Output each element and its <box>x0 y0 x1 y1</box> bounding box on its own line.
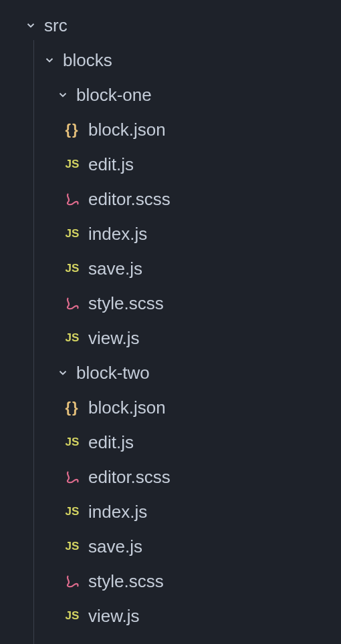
scss-icon <box>62 191 83 207</box>
file-label: editor.scss <box>88 189 170 210</box>
file-label: edit.js <box>88 432 134 453</box>
js-icon: JS <box>62 227 83 240</box>
file-style-scss[interactable]: style.scss <box>0 286 341 321</box>
js-icon: JS <box>62 609 83 623</box>
chevron-down-icon <box>41 52 58 68</box>
folder-label: block-two <box>76 363 150 383</box>
folder-blocks[interactable]: blocks <box>0 43 341 77</box>
file-label: index.js <box>88 224 147 245</box>
file-label: index.js <box>88 502 147 522</box>
folder-label: blocks <box>63 50 112 71</box>
folder-block-one[interactable]: block-one <box>0 77 341 112</box>
file-label: style.scss <box>88 293 164 314</box>
folder-label: src <box>44 15 68 36</box>
file-index-js[interactable]: JS index.js <box>0 216 341 251</box>
json-icon: {} <box>62 399 83 416</box>
scss-icon <box>62 295 83 311</box>
js-icon: JS <box>62 331 83 345</box>
chevron-down-icon <box>55 365 71 381</box>
file-save-js[interactable]: JS save.js <box>0 251 341 286</box>
chevron-down-icon <box>23 17 39 33</box>
js-icon: JS <box>62 505 83 518</box>
file-index-js[interactable]: JS index.js <box>0 494 341 529</box>
file-label: view.js <box>88 328 140 349</box>
file-label: style.scss <box>88 571 164 592</box>
scss-icon <box>62 573 83 589</box>
json-icon: {} <box>62 121 83 138</box>
folder-label: block-one <box>76 85 152 106</box>
file-edit-js[interactable]: JS edit.js <box>0 425 341 460</box>
file-style-scss[interactable]: style.scss <box>0 564 341 599</box>
file-block-json[interactable]: {} block.json <box>0 390 341 425</box>
file-block-json[interactable]: {} block.json <box>0 112 341 147</box>
file-label: block.json <box>88 397 166 418</box>
file-label: view.js <box>88 606 140 627</box>
js-icon: JS <box>62 262 83 275</box>
file-save-js[interactable]: JS save.js <box>0 529 341 564</box>
file-edit-js[interactable]: JS edit.js <box>0 147 341 182</box>
file-view-js[interactable]: JS view.js <box>0 599 341 633</box>
file-editor-scss[interactable]: editor.scss <box>0 182 341 216</box>
file-label: editor.scss <box>88 467 170 488</box>
file-label: save.js <box>88 259 142 279</box>
file-label: edit.js <box>88 154 134 175</box>
folder-src[interactable]: src <box>0 8 341 43</box>
js-icon: JS <box>62 158 83 171</box>
chevron-down-icon <box>55 87 71 103</box>
file-editor-scss[interactable]: editor.scss <box>0 460 341 494</box>
file-label: save.js <box>88 536 142 557</box>
scss-icon <box>62 469 83 485</box>
folder-block-two[interactable]: block-two <box>0 355 341 390</box>
js-icon: JS <box>62 540 83 553</box>
js-icon: JS <box>62 436 83 449</box>
file-view-js[interactable]: JS view.js <box>0 321 341 355</box>
file-label: block.json <box>88 120 166 140</box>
